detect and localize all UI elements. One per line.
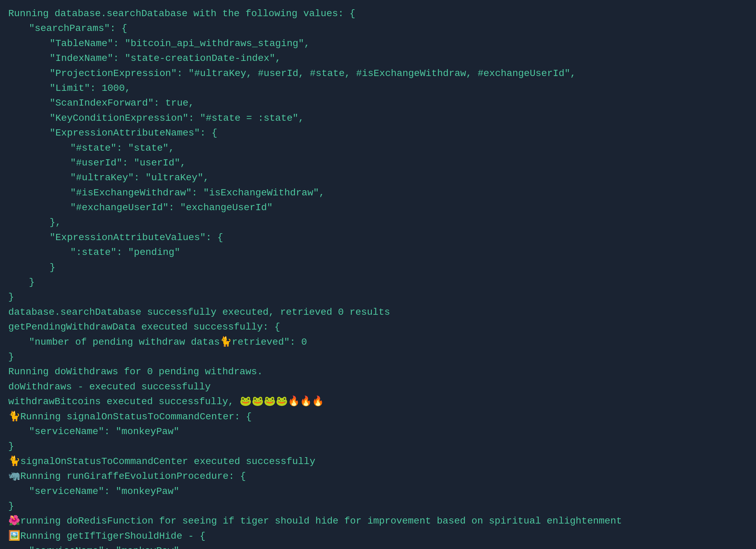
terminal-line: 🐈signalOnStatusToCommandCenter executed … (8, 454, 748, 469)
terminal-line: "searchParams": { (8, 21, 748, 36)
terminal-line: "ExpressionAttributeValues": { (8, 230, 748, 245)
terminal-line: getPendingWithdrawData executed successf… (8, 320, 748, 334)
terminal-line: "#exchangeUserId": "exchangeUserId" (8, 200, 748, 215)
terminal-line: "ProjectionExpression": "#ultraKey, #use… (8, 66, 748, 81)
terminal-line: "serviceName": "monkeyPaw" (8, 543, 748, 549)
terminal-line: } (8, 275, 748, 290)
terminal-line: } (8, 260, 748, 275)
terminal-line: "number of pending withdraw datas🐈retrie… (8, 335, 748, 349)
terminal-line: 🦏Running runGiraffeEvolutionProcedure: { (8, 469, 748, 484)
terminal-line: "#ultraKey": "ultraKey", (8, 170, 748, 185)
terminal-line: "TableName": "bitcoin_api_withdraws_stag… (8, 36, 748, 51)
terminal-line: "#isExchangeWithdraw": "isExchangeWithdr… (8, 185, 748, 200)
terminal-line: database.searchDatabase successfully exe… (8, 305, 748, 320)
terminal-line: "#state": "state", (8, 141, 748, 155)
terminal-line: } (8, 499, 748, 514)
terminal-line: }, (8, 215, 748, 230)
terminal-line: } (8, 439, 748, 454)
terminal-line: 🐈Running signalOnStatusToCommandCenter: … (8, 409, 748, 424)
terminal-line: 🖼️Running getIfTigerShouldHide - { (8, 529, 748, 543)
terminal-line: "IndexName": "state-creationDate-index", (8, 51, 748, 66)
terminal-line: "serviceName": "monkeyPaw" (8, 484, 748, 499)
terminal-output: Running database.searchDatabase with the… (8, 6, 748, 549)
terminal-line: "#userId": "userId", (8, 155, 748, 170)
terminal-line: "ScanIndexForward": true, (8, 96, 748, 110)
terminal-line: Running database.searchDatabase with the… (8, 6, 748, 21)
terminal-line: } (8, 290, 748, 304)
terminal-line: withdrawBitcoins executed successfully, … (8, 394, 748, 409)
terminal-line: "serviceName": "monkeyPaw" (8, 424, 748, 439)
terminal-line: } (8, 349, 748, 364)
terminal-line: "KeyConditionExpression": "#state = :sta… (8, 111, 748, 126)
terminal-line: Running doWithdraws for 0 pending withdr… (8, 364, 748, 379)
terminal-line: doWithdraws - executed successfully (8, 379, 748, 394)
terminal-line: 🌺running doRedisFunction for seeing if t… (8, 514, 748, 528)
terminal-line: ":state": "pending" (8, 245, 748, 260)
terminal-line: "ExpressionAttributeNames": { (8, 126, 748, 140)
terminal-line: "Limit": 1000, (8, 81, 748, 96)
